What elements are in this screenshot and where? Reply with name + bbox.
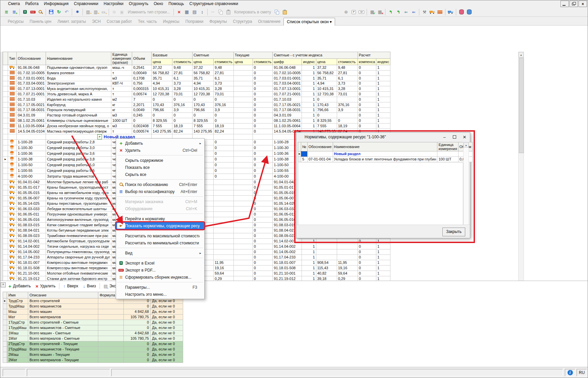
grid-cell[interactable]: 908,54	[316, 260, 337, 265]
totals-cell[interactable]: 2Маш	[7, 352, 28, 358]
grid-row[interactable]: 04.3.01.09Раствор готовый отделочныйм30,…	[3, 113, 390, 118]
grid-cell[interactable]	[233, 195, 253, 201]
grid-cell[interactable]: 0	[358, 81, 376, 86]
grid-cell[interactable]: 0	[358, 260, 376, 265]
grid-cell[interactable]: Средний разряд работы 3,6	[46, 151, 111, 156]
grid-cell[interactable]	[3, 211, 8, 217]
totals-cell[interactable]	[98, 341, 124, 347]
comment-settings-button[interactable]: ▭•	[100, 8, 107, 16]
grid-cell[interactable]	[8, 244, 16, 249]
grid-cell[interactable]: 1	[302, 260, 316, 265]
grid-cell[interactable]: Средний разряд работы 3,0	[46, 145, 111, 151]
totals-cell[interactable]: ТрудМаш	[7, 304, 28, 309]
grid-cell[interactable]: 0,000574	[132, 129, 152, 134]
grid-cell[interactable]: 0	[253, 179, 273, 185]
grid-cell[interactable]	[3, 249, 8, 254]
totals-cell[interactable]	[98, 304, 124, 309]
grid-cell[interactable]: 0	[358, 92, 376, 97]
grid-cell[interactable]: 01.7.02.10-0005	[16, 70, 46, 76]
globe-button[interactable]: ⊛	[110, 8, 118, 16]
totals-cell[interactable]: Всего строителей - Сметные	[28, 320, 98, 325]
grid-cell[interactable]: 91.05.14-025	[16, 201, 46, 206]
grid-cell[interactable]: 91.14.05-002	[273, 249, 302, 254]
grid-cell[interactable]: 19,16	[214, 265, 234, 271]
grid-cell[interactable]	[233, 249, 253, 254]
menu-item[interactable]: ≣Сформировать сборник индексов...	[116, 274, 204, 281]
grid-cell[interactable]: 3,9	[172, 107, 193, 113]
grid-cell[interactable]: 56 758,82	[316, 70, 337, 76]
grid-cell[interactable]	[337, 249, 358, 254]
grid-cell[interactable]	[8, 76, 16, 81]
grid-cell[interactable]: 0	[253, 139, 273, 145]
grid-cell[interactable]: 4,94	[193, 81, 214, 86]
menu-item[interactable]: +Добавить▸	[116, 140, 204, 147]
grid-cell[interactable]	[233, 81, 253, 86]
grid-cell[interactable]: Доска необрезная хвойных пород, о	[46, 123, 111, 129]
grid-cell[interactable]: т	[111, 70, 132, 76]
grid-cell[interactable]: Кляммеры стальные оцинкованные	[46, 118, 111, 124]
menu-item[interactable]: Материал заказчикаCtrl+M	[116, 198, 204, 205]
grid-cell[interactable]: Карборунд	[46, 102, 111, 107]
grid-cell[interactable]	[3, 151, 8, 156]
grid-cell[interactable]: 1	[376, 70, 390, 76]
grid-cell[interactable]: маш.-ч	[111, 65, 132, 70]
grid-cell[interactable]: 6,1	[337, 76, 358, 81]
totals-cell[interactable]: Всего материалов	[28, 315, 98, 320]
grid-cell[interactable]: 0	[253, 102, 273, 107]
grid-cell[interactable]	[8, 156, 16, 162]
grid-cell[interactable]: 82,24	[214, 129, 234, 134]
grid-cell[interactable]: 143 275,95	[152, 129, 172, 134]
totals-cell[interactable]: Всего материалов - Сметные	[28, 336, 98, 341]
totals-cell[interactable]: Всего машин - Сметные	[28, 331, 98, 336]
menu-item[interactable]: XЭкспорт в Excel	[116, 259, 204, 267]
grid-cell[interactable]	[8, 168, 16, 174]
grid-cell[interactable]: 0	[358, 86, 376, 92]
grid-cell[interactable]: 0	[253, 174, 273, 179]
totals-cell[interactable]: 105 780,75	[124, 336, 151, 341]
grid-row[interactable]: 01.7.17.08-0031Порошок полирующийкг0,004…	[3, 107, 390, 113]
grid-cell[interactable]	[214, 233, 234, 238]
archive-settings-button[interactable]: ▥•	[92, 8, 100, 16]
grid-cell[interactable]: 01.7.17.05-0021	[16, 102, 46, 107]
grid-cell[interactable]: Краны переставные, грузоподъемн	[46, 201, 111, 206]
grid-cell[interactable]: 0	[253, 151, 273, 156]
totals-cell[interactable]	[3, 358, 7, 363]
grid-cell[interactable]: 12 720,38	[316, 92, 337, 97]
menu-item[interactable]: ×УдалитьCtrl+Del	[116, 147, 204, 154]
totals-cell[interactable]: 0	[124, 358, 151, 363]
grid-cell[interactable]	[214, 249, 234, 254]
tabstrip-item-active[interactable]: Список открытых окон ▾	[283, 18, 335, 26]
grid-cell[interactable]: 3,73	[214, 81, 234, 86]
network-button[interactable]: ▣	[118, 8, 126, 16]
grid-cell[interactable]: 0	[214, 145, 234, 151]
grid-cell[interactable]: 0	[214, 162, 234, 168]
menubar-item[interactable]: Информация	[41, 1, 71, 7]
grid-cell[interactable]: 1	[376, 118, 390, 124]
totals-cell[interactable]: Всего машин	[28, 309, 98, 315]
grid-cell[interactable]: 170,43	[316, 102, 337, 107]
grid-cell[interactable]: 3,28	[214, 86, 234, 92]
grid-cell[interactable]: 11.1.03.05-0064	[16, 123, 46, 129]
grid-row[interactable]: 11.1.03.05-0064Доска необрезная хвойных …	[3, 123, 390, 129]
grid-cell[interactable]	[3, 134, 8, 139]
page-p-button[interactable]: P	[350, 8, 358, 16]
grid-cell[interactable]: 0	[358, 102, 376, 107]
tabstrip-item[interactable]: Поправки	[182, 18, 206, 25]
grid-cell[interactable]	[316, 238, 337, 244]
paste-to-estimate-button[interactable]	[281, 8, 288, 16]
grid-cell[interactable]	[3, 168, 8, 174]
totals-cell[interactable]: 2ТрудМаш	[7, 347, 28, 352]
dialog-cell[interactable]: 07-01-001-04	[307, 157, 333, 162]
totals-cell[interactable]: 0	[124, 341, 151, 347]
grid-cell[interactable]	[3, 233, 8, 238]
menubar-item[interactable]: Окно	[151, 1, 166, 7]
grid-cell[interactable]: кг	[111, 107, 132, 113]
grid-cell[interactable]: 1-100-55	[16, 168, 46, 174]
totals-cell[interactable]: 1Мат	[7, 336, 28, 341]
grid-cell[interactable]: 9,48	[172, 65, 193, 70]
grid-cell[interactable]: 0	[214, 97, 234, 102]
grid-cell[interactable]	[214, 190, 234, 195]
grid-cell[interactable]	[8, 254, 16, 260]
dialog-cell[interactable]	[301, 151, 307, 157]
close-dialog-button[interactable]: Закрыть	[442, 228, 465, 236]
